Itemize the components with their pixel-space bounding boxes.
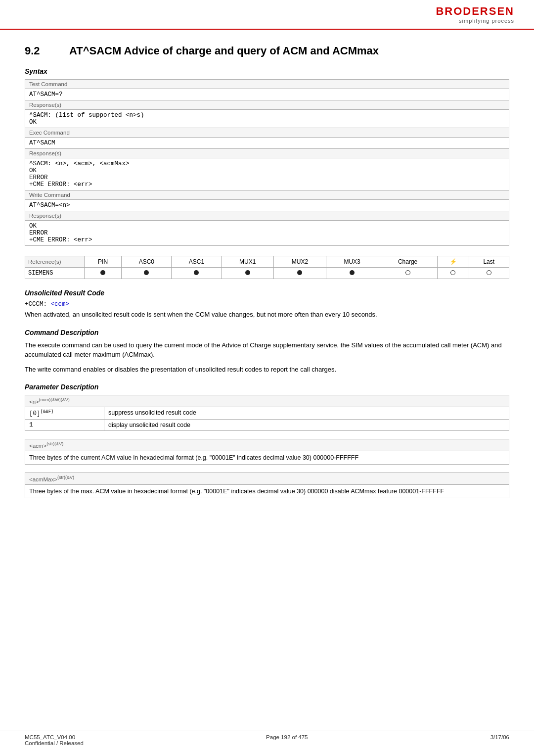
ref-dot-asc0	[122, 268, 172, 279]
ref-dot-mux1	[222, 268, 274, 279]
param-acmmax-header: <acmMax>(str)(&V)	[25, 472, 509, 484]
section-title: AT^SACM Advice of charge and query of AC…	[69, 45, 379, 57]
param-n-desc0: suppress unsolicited result code	[104, 407, 509, 419]
ref-col-asc0: ASC0	[122, 256, 172, 268]
dot-filled-pin	[100, 270, 105, 275]
exec-responses: ^SACM: <n>, <acm>, <acmMax> OK ERROR +CM…	[25, 158, 509, 190]
command-description-section: Command Description The execute command …	[25, 329, 509, 375]
exec-command-label: Exec Command	[25, 128, 509, 138]
footer-left-line1: MC55_ATC_V04.00	[25, 734, 84, 740]
logo-tagline: simplifying process	[436, 18, 514, 24]
ref-dot-pin	[85, 268, 122, 279]
header: BRODERSEN simplifying process	[0, 0, 534, 30]
ref-col-special: ⚡	[437, 256, 469, 268]
urc-code: +CCCM: <ccm>	[25, 301, 509, 308]
param-acmmax-desc: Three bytes of the max. ACM value in hex…	[25, 484, 509, 498]
param-n-header: <n>(num)(&W)(&V)	[25, 395, 509, 407]
reference-table: Reference(s) PIN ASC0 ASC1 MUX1 MUX2 MUX…	[25, 256, 509, 279]
parameter-description-section: Parameter Description <n>(num)(&W)(&V) […	[25, 383, 509, 498]
test-resp-1: ^SACM: (list of supported <n>s)	[29, 112, 144, 119]
test-responses: ^SACM: (list of supported <n>s) OK	[25, 110, 509, 128]
ref-dot-mux3	[326, 268, 378, 279]
dot-filled-asc0	[144, 270, 149, 275]
ref-dot-asc1	[172, 268, 222, 279]
write-command-label: Write Command	[25, 190, 509, 200]
dot-filled-asc1	[194, 270, 199, 275]
param-n-val0: [0](&&F)	[25, 407, 104, 419]
cmd-desc-para1: The execute command can be used to query…	[25, 340, 509, 360]
page-container: BRODERSEN simplifying process 9.2 AT^SAC…	[0, 0, 534, 756]
param-acm-table: <acm>(str)(&V) Three bytes of the curren…	[25, 439, 509, 465]
dot-empty-charge	[405, 270, 410, 275]
ref-dot-special	[437, 268, 469, 279]
syntax-table: Test Command AT^SACM=? Response(s) ^SACM…	[25, 79, 509, 246]
dot-filled-mux1	[245, 270, 250, 275]
reference-label: Reference(s)	[25, 256, 85, 268]
logo-area: BRODERSEN simplifying process	[436, 5, 514, 24]
param-acmmax-table: <acmMax>(str)(&V) Three bytes of the max…	[25, 472, 509, 498]
test-responses-label: Response(s)	[25, 100, 509, 110]
urc-section: Unsolicited Result Code +CCCM: <ccm> Whe…	[25, 289, 509, 320]
dot-empty-last	[487, 270, 491, 275]
main-content: 9.2 AT^SACM Advice of charge and query o…	[0, 30, 534, 536]
param-acm-header: <acm>(str)(&V)	[25, 439, 509, 451]
exec-command-code: AT^SACM	[25, 138, 509, 149]
ref-dot-last	[469, 268, 509, 279]
dot-filled-mux3	[350, 270, 355, 275]
test-resp-2: OK	[29, 119, 37, 126]
param-acm-desc: Three bytes of the current ACM value in …	[25, 451, 509, 464]
urc-description: When activated, an unsolicited result co…	[25, 310, 509, 320]
ref-col-charge: Charge	[378, 256, 437, 268]
section-heading: 9.2 AT^SACM Advice of charge and query o…	[25, 45, 509, 57]
footer: MC55_ATC_V04.00 Confidential / Released …	[0, 730, 534, 746]
write-responses-label: Response(s)	[25, 211, 509, 221]
test-command-label: Test Command	[25, 80, 509, 89]
ref-col-asc1: ASC1	[172, 256, 222, 268]
footer-right: 3/17/06	[490, 734, 509, 746]
footer-left-line2: Confidential / Released	[25, 740, 84, 746]
logo-name: BRODERSEN	[436, 5, 514, 18]
exec-responses-label: Response(s)	[25, 149, 509, 158]
ref-dot-mux2	[274, 268, 326, 279]
dot-filled-mux2	[297, 270, 302, 275]
ref-dot-charge	[378, 268, 437, 279]
write-command-code: AT^SACM=<n>	[25, 200, 509, 211]
cmd-desc-para2: The write command enables or disables th…	[25, 365, 509, 375]
dot-empty-special	[450, 270, 455, 275]
cmd-desc-label: Command Description	[25, 329, 509, 336]
reference-value: SIEMENS	[25, 268, 85, 279]
param-n-table: <n>(num)(&W)(&V) [0](&&F) suppress unsol…	[25, 395, 509, 431]
ref-col-last: Last	[469, 256, 509, 268]
footer-left: MC55_ATC_V04.00 Confidential / Released	[25, 734, 84, 746]
urc-label: Unsolicited Result Code	[25, 289, 509, 297]
footer-center: Page 192 of 475	[266, 734, 308, 746]
ref-col-pin: PIN	[85, 256, 122, 268]
test-command-code: AT^SACM=?	[25, 89, 509, 100]
ref-col-mux2: MUX2	[274, 256, 326, 268]
section-number: 9.2	[25, 45, 54, 57]
write-responses: OK ERROR +CME ERROR: <err>	[25, 221, 509, 246]
syntax-label: Syntax	[25, 67, 509, 75]
ref-col-mux3: MUX3	[326, 256, 378, 268]
urc-link[interactable]: <ccm>	[51, 301, 70, 308]
param-n-val1: 1	[25, 419, 104, 430]
ref-col-mux1: MUX1	[222, 256, 274, 268]
param-n-desc1: display unsolicited result code	[104, 419, 509, 430]
param-desc-label: Parameter Description	[25, 383, 509, 391]
